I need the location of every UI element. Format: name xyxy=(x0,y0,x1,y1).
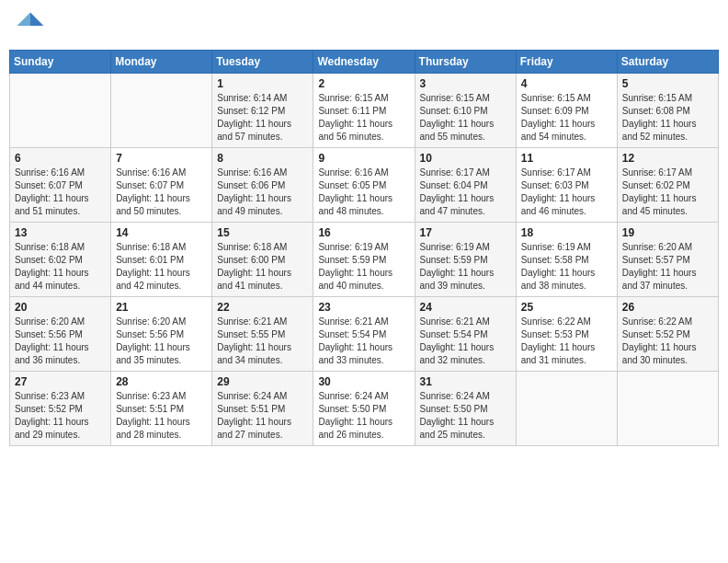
day-number: 25 xyxy=(521,301,612,314)
calendar-cell: 31Sunrise: 6:24 AM Sunset: 5:50 PM Dayli… xyxy=(415,372,516,446)
calendar-cell: 28Sunrise: 6:23 AM Sunset: 5:51 PM Dayli… xyxy=(111,372,212,446)
weekday-header-monday: Monday xyxy=(111,51,212,74)
day-info: Sunrise: 6:15 AM Sunset: 6:10 PM Dayligh… xyxy=(420,92,511,144)
day-number: 4 xyxy=(521,77,612,90)
day-number: 21 xyxy=(116,301,207,314)
day-info: Sunrise: 6:23 AM Sunset: 5:52 PM Dayligh… xyxy=(15,390,106,442)
day-info: Sunrise: 6:15 AM Sunset: 6:09 PM Dayligh… xyxy=(521,92,612,144)
day-info: Sunrise: 6:19 AM Sunset: 5:59 PM Dayligh… xyxy=(420,241,511,293)
day-number: 13 xyxy=(15,226,106,239)
day-info: Sunrise: 6:18 AM Sunset: 6:02 PM Dayligh… xyxy=(15,241,106,293)
day-number: 31 xyxy=(420,375,511,388)
day-number: 17 xyxy=(420,226,511,239)
weekday-header-row: SundayMondayTuesdayWednesdayThursdayFrid… xyxy=(10,51,719,74)
calendar-cell: 2Sunrise: 6:15 AM Sunset: 6:11 PM Daylig… xyxy=(313,74,415,148)
calendar-cell: 23Sunrise: 6:21 AM Sunset: 5:54 PM Dayli… xyxy=(313,297,415,372)
day-info: Sunrise: 6:21 AM Sunset: 5:54 PM Dayligh… xyxy=(420,316,511,367)
calendar-cell: 11Sunrise: 6:17 AM Sunset: 6:03 PM Dayli… xyxy=(516,148,617,223)
calendar-cell: 9Sunrise: 6:16 AM Sunset: 6:05 PM Daylig… xyxy=(313,148,415,223)
day-info: Sunrise: 6:14 AM Sunset: 6:12 PM Dayligh… xyxy=(217,92,308,144)
week-row-1: 1Sunrise: 6:14 AM Sunset: 6:12 PM Daylig… xyxy=(10,74,719,148)
day-number: 14 xyxy=(116,226,207,239)
calendar-cell: 21Sunrise: 6:20 AM Sunset: 5:56 PM Dayli… xyxy=(111,297,212,372)
day-number: 5 xyxy=(622,77,713,90)
calendar-cell xyxy=(516,372,617,446)
day-number: 6 xyxy=(15,152,106,165)
day-number: 16 xyxy=(318,226,409,239)
day-number: 27 xyxy=(15,375,106,388)
calendar-cell: 22Sunrise: 6:21 AM Sunset: 5:55 PM Dayli… xyxy=(212,297,313,372)
day-number: 26 xyxy=(622,301,713,314)
calendar-cell xyxy=(111,74,212,148)
calendar-cell: 25Sunrise: 6:22 AM Sunset: 5:53 PM Dayli… xyxy=(516,297,617,372)
day-number: 7 xyxy=(116,152,207,165)
calendar-cell: 4Sunrise: 6:15 AM Sunset: 6:09 PM Daylig… xyxy=(516,74,617,148)
day-info: Sunrise: 6:20 AM Sunset: 5:56 PM Dayligh… xyxy=(15,316,106,367)
day-number: 2 xyxy=(318,77,409,90)
calendar-cell: 30Sunrise: 6:24 AM Sunset: 5:50 PM Dayli… xyxy=(313,372,415,446)
week-row-3: 13Sunrise: 6:18 AM Sunset: 6:02 PM Dayli… xyxy=(10,223,719,297)
calendar-cell: 18Sunrise: 6:19 AM Sunset: 5:58 PM Dayli… xyxy=(516,223,617,297)
day-number: 3 xyxy=(420,77,511,90)
day-info: Sunrise: 6:17 AM Sunset: 6:02 PM Dayligh… xyxy=(622,167,713,218)
page-header xyxy=(9,9,719,42)
day-info: Sunrise: 6:16 AM Sunset: 6:05 PM Dayligh… xyxy=(318,167,409,218)
day-number: 10 xyxy=(420,152,511,165)
day-info: Sunrise: 6:21 AM Sunset: 5:55 PM Dayligh… xyxy=(217,316,308,367)
calendar-cell: 3Sunrise: 6:15 AM Sunset: 6:10 PM Daylig… xyxy=(415,74,516,148)
day-number: 30 xyxy=(318,375,409,388)
day-info: Sunrise: 6:23 AM Sunset: 5:51 PM Dayligh… xyxy=(116,390,207,442)
calendar-cell: 5Sunrise: 6:15 AM Sunset: 6:08 PM Daylig… xyxy=(617,74,718,148)
day-info: Sunrise: 6:19 AM Sunset: 5:58 PM Dayligh… xyxy=(521,241,612,293)
day-info: Sunrise: 6:16 AM Sunset: 6:07 PM Dayligh… xyxy=(116,167,207,218)
day-number: 15 xyxy=(217,226,308,239)
day-number: 18 xyxy=(521,226,612,239)
calendar-cell: 14Sunrise: 6:18 AM Sunset: 6:01 PM Dayli… xyxy=(111,223,212,297)
calendar-cell: 8Sunrise: 6:16 AM Sunset: 6:06 PM Daylig… xyxy=(212,148,313,223)
day-number: 8 xyxy=(217,152,308,165)
day-number: 24 xyxy=(420,301,511,314)
day-number: 22 xyxy=(217,301,308,314)
calendar-cell: 16Sunrise: 6:19 AM Sunset: 5:59 PM Dayli… xyxy=(313,223,415,297)
week-row-5: 27Sunrise: 6:23 AM Sunset: 5:52 PM Dayli… xyxy=(10,372,719,446)
weekday-header-saturday: Saturday xyxy=(617,51,718,74)
week-row-4: 20Sunrise: 6:20 AM Sunset: 5:56 PM Dayli… xyxy=(10,297,719,372)
day-number: 28 xyxy=(116,375,207,388)
day-number: 9 xyxy=(318,152,409,165)
calendar-cell: 12Sunrise: 6:17 AM Sunset: 6:02 PM Dayli… xyxy=(617,148,718,223)
day-info: Sunrise: 6:24 AM Sunset: 5:50 PM Dayligh… xyxy=(318,390,409,442)
day-info: Sunrise: 6:16 AM Sunset: 6:07 PM Dayligh… xyxy=(15,167,106,218)
day-number: 20 xyxy=(15,301,106,314)
svg-marker-1 xyxy=(30,13,43,26)
weekday-header-sunday: Sunday xyxy=(10,51,111,74)
day-info: Sunrise: 6:21 AM Sunset: 5:54 PM Dayligh… xyxy=(318,316,409,367)
day-info: Sunrise: 6:18 AM Sunset: 6:01 PM Dayligh… xyxy=(116,241,207,293)
weekday-header-wednesday: Wednesday xyxy=(313,51,415,74)
day-number: 1 xyxy=(217,77,308,90)
day-number: 19 xyxy=(622,226,713,239)
calendar-cell: 1Sunrise: 6:14 AM Sunset: 6:12 PM Daylig… xyxy=(212,74,313,148)
calendar-cell: 7Sunrise: 6:16 AM Sunset: 6:07 PM Daylig… xyxy=(111,148,212,223)
calendar-cell: 13Sunrise: 6:18 AM Sunset: 6:02 PM Dayli… xyxy=(10,223,111,297)
day-info: Sunrise: 6:15 AM Sunset: 6:08 PM Dayligh… xyxy=(622,92,713,144)
day-info: Sunrise: 6:24 AM Sunset: 5:50 PM Dayligh… xyxy=(420,390,511,442)
calendar-cell: 15Sunrise: 6:18 AM Sunset: 6:00 PM Dayli… xyxy=(212,223,313,297)
logo xyxy=(14,9,51,42)
calendar-cell: 27Sunrise: 6:23 AM Sunset: 5:52 PM Dayli… xyxy=(10,372,111,446)
day-info: Sunrise: 6:20 AM Sunset: 5:57 PM Dayligh… xyxy=(622,241,713,293)
day-info: Sunrise: 6:18 AM Sunset: 6:00 PM Dayligh… xyxy=(217,241,308,293)
calendar-cell: 20Sunrise: 6:20 AM Sunset: 5:56 PM Dayli… xyxy=(10,297,111,372)
weekday-header-friday: Friday xyxy=(516,51,617,74)
calendar-table: SundayMondayTuesdayWednesdayThursdayFrid… xyxy=(9,50,719,446)
day-number: 11 xyxy=(521,152,612,165)
calendar-cell: 29Sunrise: 6:24 AM Sunset: 5:51 PM Dayli… xyxy=(212,372,313,446)
day-info: Sunrise: 6:22 AM Sunset: 5:53 PM Dayligh… xyxy=(521,316,612,367)
day-number: 23 xyxy=(318,301,409,314)
logo-icon xyxy=(14,9,47,42)
weekday-header-thursday: Thursday xyxy=(415,51,516,74)
calendar-cell: 10Sunrise: 6:17 AM Sunset: 6:04 PM Dayli… xyxy=(415,148,516,223)
day-info: Sunrise: 6:20 AM Sunset: 5:56 PM Dayligh… xyxy=(116,316,207,367)
day-number: 12 xyxy=(622,152,713,165)
calendar-cell: 17Sunrise: 6:19 AM Sunset: 5:59 PM Dayli… xyxy=(415,223,516,297)
svg-rect-3 xyxy=(17,26,44,39)
